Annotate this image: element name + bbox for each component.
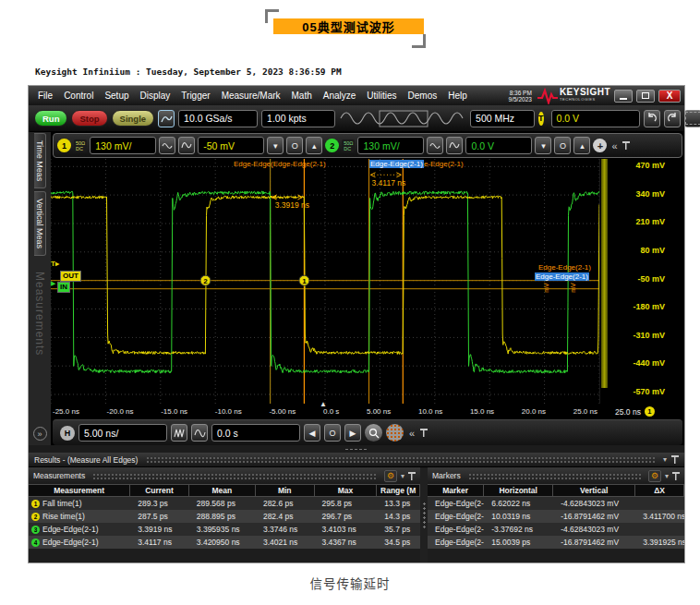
trigger-level-field[interactable]: 0.0 V xyxy=(551,110,640,127)
trigger-badge[interactable]: T xyxy=(538,112,544,126)
channel2-badge[interactable]: 2 xyxy=(325,139,339,152)
edge-measure-label[interactable]: Edge-Edge(Edge-Edge(2-1) xyxy=(234,160,326,168)
timebase-scale-field[interactable]: 5.00 ns/ xyxy=(78,424,167,442)
tab-time-meas[interactable]: Time Meas xyxy=(34,133,46,188)
channel2-scale-up-button[interactable] xyxy=(446,137,463,154)
channel2-offset-field[interactable]: 0.0 V xyxy=(465,137,532,154)
sidebar-expand-button[interactable]: » xyxy=(33,427,47,441)
edge-marker-label-selected[interactable]: Edge-Edge(2-1) xyxy=(535,272,589,281)
pin-icon[interactable] xyxy=(622,141,630,150)
dropdown-icon[interactable]: ▾ xyxy=(663,455,667,464)
channel2-offset-zero-button[interactable]: O xyxy=(554,137,571,154)
channel1-offset-field[interactable]: -50 mV xyxy=(198,137,264,154)
channel2-ground-marker[interactable]: ▶ xyxy=(51,280,55,287)
horizontal-splitter[interactable] xyxy=(29,445,684,453)
pin-icon[interactable] xyxy=(671,455,679,464)
measurement-row[interactable]: 1Fall time(1) 289.3 ps 289.568 ps 282.6 … xyxy=(29,497,420,510)
zoom-mode-button[interactable] xyxy=(365,424,382,442)
marker-row[interactable]: Edge-Edge(2-1) 10.0319 ns -16.8791462 mV… xyxy=(428,510,684,523)
menu-item-9[interactable]: Demos xyxy=(403,91,443,101)
horizontal-position-field[interactable]: 0.0 s xyxy=(211,424,300,442)
maximize-button[interactable] xyxy=(636,90,655,103)
channel1-reference-badge[interactable]: 1 xyxy=(645,406,655,417)
position-left-button[interactable]: ◀ xyxy=(304,424,320,442)
channel1-offset-down-button[interactable]: ▾ xyxy=(267,137,284,154)
selected-label[interactable]: Edge-Edge(2-1) xyxy=(535,272,589,281)
menu-item-10[interactable]: Help xyxy=(442,91,473,101)
trigger-position-icon[interactable]: ▲ xyxy=(320,400,327,408)
channel1-offset-zero-button[interactable]: O xyxy=(286,137,303,154)
menu-item-7[interactable]: Analyze xyxy=(318,91,362,101)
edge-marker-label[interactable]: Edge-Edge(2-1) xyxy=(538,263,591,272)
tab-vertical-meas[interactable]: Vertical Meas xyxy=(34,191,46,256)
position-zero-button[interactable]: O xyxy=(324,424,341,442)
measurement-row[interactable]: 4Edge-Edge(2-1) 3.4117 ns 3.420950 ns 3.… xyxy=(29,536,420,549)
menu-item-2[interactable]: Setup xyxy=(99,91,134,101)
channel2-scale-field[interactable]: 130 mV/ xyxy=(357,137,424,154)
pin-icon[interactable] xyxy=(408,472,416,480)
dropdown-icon[interactable]: ▾ xyxy=(665,472,669,480)
menu-items: FileControlSetupDisplayTriggerMeasure/Ma… xyxy=(32,91,473,101)
measurements-header[interactable]: Measurements ⚙ ▾ xyxy=(29,467,420,484)
selected-label[interactable]: Edge-Edge(2-1) xyxy=(369,160,424,168)
markers-header[interactable]: Markers ⚙ ▾ xyxy=(428,467,684,484)
measurement-row[interactable]: 2Rise time(1) 287.5 ps 288.895 ps 282.4 … xyxy=(29,510,420,523)
channel1-coupling[interactable]: 50Ω DC xyxy=(74,139,87,152)
results-bar[interactable]: Results - (Measure All Edges) ▾ xyxy=(29,453,684,467)
menu-item-8[interactable]: Utilities xyxy=(361,91,402,101)
timebase-zoom-out-button[interactable] xyxy=(171,424,187,442)
single-button[interactable]: Single xyxy=(112,110,155,127)
stop-button[interactable]: Stop xyxy=(71,110,107,127)
channel2-coupling[interactable]: 50Ω DC xyxy=(342,139,355,152)
marker-row[interactable]: Edge-Edge(2-1) 6.62022 ns -4.62843023 mV xyxy=(428,497,684,510)
run-button[interactable]: Run xyxy=(34,110,67,127)
channel2-scale-down-button[interactable] xyxy=(427,137,443,154)
redo-button[interactable] xyxy=(664,110,681,127)
acquisition-mode-button[interactable] xyxy=(158,110,175,127)
close-button[interactable]: X xyxy=(658,90,681,103)
acquisition-wave-icon[interactable] xyxy=(339,109,466,128)
in-signal-tag[interactable]: IN xyxy=(57,282,70,293)
channel1-scale-up-button[interactable] xyxy=(178,137,195,154)
channel1-badge[interactable]: 1 xyxy=(57,139,71,152)
marker-row[interactable]: Edge-Edge(2-1) -3.37692 ns -4.62843023 m… xyxy=(428,523,684,536)
collapse-icon[interactable]: « xyxy=(407,428,416,439)
edge-measure-label-selected[interactable]: Edge-Edge(2-1)e-Edge(2-1) xyxy=(369,160,464,168)
minimize-button[interactable] xyxy=(614,90,633,103)
collapse-icon[interactable]: « xyxy=(609,140,619,151)
waveform-display[interactable]: 213.3919 ns3.4117 ns Edge-Edge(Edge-Edge… xyxy=(51,159,599,404)
horizontal-badge[interactable]: H xyxy=(60,426,75,441)
bandwidth-field[interactable]: 500 MHz xyxy=(470,110,535,127)
out-signal-tag[interactable]: OUT xyxy=(60,271,81,282)
channel2-offset-down-button[interactable]: ▾ xyxy=(535,137,551,154)
display-mode-button[interactable] xyxy=(386,424,404,442)
banner-highlight: 05典型测试波形 xyxy=(273,18,424,34)
menu-item-0[interactable]: File xyxy=(32,91,58,101)
channel2-offset-up-button[interactable]: ▴ xyxy=(573,137,590,154)
vertical-splitter[interactable] xyxy=(420,467,428,563)
pin-icon[interactable] xyxy=(672,472,680,480)
channel1-offset-up-button[interactable]: ▴ xyxy=(306,137,322,154)
channel1-scale-bar[interactable] xyxy=(601,159,608,388)
marker-row[interactable]: Edge-Edge(2-1) 15.0039 ps -16.8791462 mV… xyxy=(428,536,684,549)
undo-button[interactable] xyxy=(644,110,660,127)
pin-icon[interactable] xyxy=(420,429,428,437)
memory-depth-field[interactable]: 1.00 kpts xyxy=(261,110,335,127)
menu-item-1[interactable]: Control xyxy=(58,91,99,101)
dropdown-icon[interactable]: ▾ xyxy=(401,472,404,480)
measurement-row[interactable]: 3Edge-Edge(2-1) 3.3919 ns 3.395935 ns 3.… xyxy=(29,523,420,536)
region-select-button[interactable] xyxy=(684,110,700,127)
channel1-scale-field[interactable]: 130 mV/ xyxy=(90,137,156,154)
menu-item-6[interactable]: Math xyxy=(286,91,318,101)
add-channel-button[interactable]: + xyxy=(593,139,607,152)
trigger-level-marker[interactable]: T▸ xyxy=(51,260,59,268)
position-right-button[interactable]: ▶ xyxy=(344,424,361,442)
settings-button[interactable]: ⚙ xyxy=(384,470,397,482)
settings-button[interactable]: ⚙ xyxy=(648,470,661,482)
menu-item-3[interactable]: Display xyxy=(135,91,176,101)
menu-item-5[interactable]: Measure/Mark xyxy=(216,91,286,101)
timebase-zoom-in-button[interactable] xyxy=(191,424,208,442)
channel1-scale-down-button[interactable] xyxy=(159,137,175,154)
sample-rate-field[interactable]: 10.0 GSa/s xyxy=(178,110,258,127)
menu-item-4[interactable]: Trigger xyxy=(175,91,215,101)
